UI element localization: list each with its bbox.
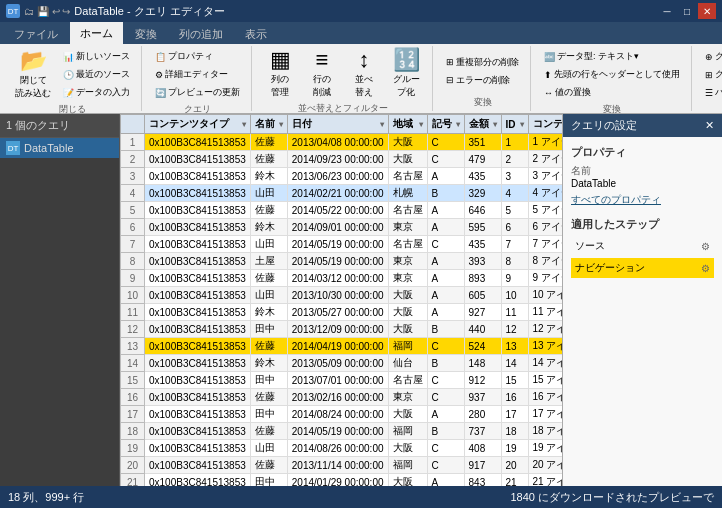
right-panel-close-icon[interactable]: ✕ (705, 119, 714, 132)
col-header-name[interactable]: 名前▾ (250, 115, 287, 134)
refresh-preview-button[interactable]: 🔄 プレビューの更新 (150, 84, 245, 101)
table-row[interactable]: 110x100B3C841513853鈴木2013/05/27 00:00:00… (121, 304, 563, 321)
group-by-button[interactable]: 🔢 グループ化 (386, 48, 426, 100)
table-row[interactable]: 90x100B3C841513853佐藤2014/03/12 00:00:00東… (121, 270, 563, 287)
cell-id: 1 (501, 134, 528, 151)
col-header-region[interactable]: 地域▾ (388, 115, 427, 134)
table-row[interactable]: 50x100B3C841513853佐藤2014/05/22 00:00:00名… (121, 202, 563, 219)
query-item-datatable[interactable]: DT DataTable (0, 138, 119, 158)
table-row[interactable]: 70x100B3C841513853山田2014/05/19 00:00:00名… (121, 236, 563, 253)
table-row[interactable]: 60x100B3C841513853鈴木2014/09/01 00:00:00東… (121, 219, 563, 236)
cell-date: 2014/05/19 00:00:00 (287, 253, 388, 270)
merge-icon: ⊕ (705, 52, 713, 62)
advanced-editor-icon: ⚙ (155, 70, 163, 80)
properties-button[interactable]: 📋 プロパティ (150, 48, 245, 65)
data-table-container[interactable]: コンテンツタイプ▾ 名前▾ 日付▾ 地域▾ 記号▾ 金額▾ ID▾ コンテンツ▾… (120, 114, 562, 486)
append-queries-button[interactable]: ⊞ クエリの追加 (700, 66, 722, 83)
data-type-button[interactable]: 🔤 データ型: テキスト▾ (539, 48, 685, 65)
step-source-gear-icon[interactable]: ⚙ (701, 241, 710, 252)
table-row[interactable]: 180x100B3C841513853佐藤2014/05/19 00:00:00… (121, 423, 563, 440)
enter-data-button[interactable]: 📝 データの入力 (58, 84, 135, 101)
cell-amount: 280 (464, 406, 501, 423)
row-number: 16 (121, 389, 145, 406)
sort-button[interactable]: ↕ 並べ替え (344, 48, 384, 100)
close-button[interactable]: ✕ (698, 3, 716, 19)
row-number: 14 (121, 355, 145, 372)
row-number: 10 (121, 287, 145, 304)
cell-id: 8 (501, 253, 528, 270)
col-header-type[interactable]: コンテンツタイプ▾ (145, 115, 251, 134)
table-row[interactable]: 130x100B3C841513853佐藤2014/04/19 00:00:00… (121, 338, 563, 355)
new-source-button[interactable]: 📊 新しいソース (58, 48, 135, 65)
col-header-symbol[interactable]: 記号▾ (427, 115, 464, 134)
table-row[interactable]: 190x100B3C841513853山田2014/08/26 00:00:00… (121, 440, 563, 457)
tab-transform[interactable]: 変換 (125, 24, 167, 44)
cell-amount: 524 (464, 338, 501, 355)
cell-id: 14 (501, 355, 528, 372)
table-row[interactable]: 200x100B3C841513853佐藤2013/11/14 00:00:00… (121, 457, 563, 474)
col-header-amount[interactable]: 金額▾ (464, 115, 501, 134)
step-source[interactable]: ソース ⚙ (571, 236, 714, 256)
close-load-icon: 📂 (20, 50, 47, 72)
cell-type: 0x100B3C841513853 (145, 304, 251, 321)
table-header-row: コンテンツタイプ▾ 名前▾ 日付▾ 地域▾ 記号▾ 金額▾ ID▾ コンテンツ▾… (121, 115, 563, 134)
error-removal-button[interactable]: ⊟ エラーの削除 (441, 72, 524, 89)
remove-dups-button[interactable]: ⊞ 重複部分の削除 (441, 54, 524, 71)
table-row[interactable]: 170x100B3C841513853田中2014/08/24 00:00:00… (121, 406, 563, 423)
advanced-editor-button[interactable]: ⚙ 詳細エディター (150, 66, 245, 83)
manage-cols-button[interactable]: ▦ 列の管理 (260, 48, 300, 100)
cell-type: 0x100B3C841513853 (145, 355, 251, 372)
table-row[interactable]: 40x100B3C841513853山田2014/02/21 00:00:00札… (121, 185, 563, 202)
cell-content: 19 アイテム (528, 440, 562, 457)
table-row[interactable]: 100x100B3C841513853山田2013/10/30 00:00:00… (121, 287, 563, 304)
enter-data-icon: 📝 (63, 88, 74, 98)
table-row[interactable]: 120x100B3C841513853田中2013/12/09 00:00:00… (121, 321, 563, 338)
first-row-header-button[interactable]: ⬆ 先頭の行をヘッダーとして使用 (539, 66, 685, 83)
table-row[interactable]: 210x100B3C841513853田中2014/01/29 00:00:00… (121, 474, 563, 487)
tab-file[interactable]: ファイル (4, 24, 68, 44)
replace-icon: ↔ (544, 88, 553, 98)
tab-home[interactable]: ホーム (70, 22, 123, 44)
query-count-header: 1 個のクエリ (0, 114, 119, 138)
cell-name: 佐藤 (250, 338, 287, 355)
cell-content: 10 アイテム (528, 287, 562, 304)
step-navigation[interactable]: ナビゲーション ⚙ (571, 258, 714, 278)
step-navigation-gear-icon[interactable]: ⚙ (701, 263, 710, 274)
all-properties-link[interactable]: すべてのプロパティ (571, 193, 714, 207)
table-row[interactable]: 30x100B3C841513853鈴木2013/06/23 00:00:00名… (121, 168, 563, 185)
table-row[interactable]: 10x100B3C841513853佐藤2013/04/08 00:00:00大… (121, 134, 563, 151)
window-controls: ─ □ ✕ (658, 3, 716, 19)
row-number: 5 (121, 202, 145, 219)
table-row[interactable]: 80x100B3C841513853土屋2014/05/19 00:00:00東… (121, 253, 563, 270)
cell-type: 0x100B3C841513853 (145, 474, 251, 487)
table-row[interactable]: 20x100B3C841513853佐藤2014/09/23 00:00:00大… (121, 151, 563, 168)
pipe-combine-button[interactable]: ☰ パイプの結合 (700, 84, 722, 101)
maximize-button[interactable]: □ (678, 3, 696, 19)
reduce-rows-button[interactable]: ≡ 行の削減 (302, 48, 342, 100)
merge-queries-button[interactable]: ⊕ クエリのマージ (700, 48, 722, 65)
row-number: 19 (121, 440, 145, 457)
table-row[interactable]: 160x100B3C841513853佐藤2013/02/16 00:00:00… (121, 389, 563, 406)
ribbon-buttons-query: 📋 プロパティ ⚙ 詳細エディター 🔄 プレビューの更新 (150, 48, 245, 101)
tab-add-column[interactable]: 列の追加 (169, 24, 233, 44)
minimize-button[interactable]: ─ (658, 3, 676, 19)
properties-section: プロパティ 名前 DataTable すべてのプロパティ (571, 145, 714, 207)
recent-source-button[interactable]: 🕒 最近のソース (58, 66, 135, 83)
table-row[interactable]: 140x100B3C841513853鈴木2013/05/09 00:00:00… (121, 355, 563, 372)
col-header-content[interactable]: コンテンツ▾ (528, 115, 562, 134)
ribbon-buttons-close: 📂 閉じて読み込む 📊 新しいソース 🕒 最近のソース 📝 データの入力 (10, 48, 135, 101)
cell-region: 大阪 (388, 304, 427, 321)
cell-symbol: A (427, 253, 464, 270)
cell-type: 0x100B3C841513853 (145, 406, 251, 423)
replace-values-button[interactable]: ↔ 値の置換 (539, 84, 685, 101)
col-header-id[interactable]: ID▾ (501, 115, 528, 134)
close-load-button[interactable]: 📂 閉じて読み込む (10, 49, 56, 101)
row-number: 18 (121, 423, 145, 440)
cell-date: 2013/06/23 00:00:00 (287, 168, 388, 185)
col-header-date[interactable]: 日付▾ (287, 115, 388, 134)
cell-name: 佐藤 (250, 151, 287, 168)
row-number: 6 (121, 219, 145, 236)
tab-view[interactable]: 表示 (235, 24, 277, 44)
cell-id: 21 (501, 474, 528, 487)
table-row[interactable]: 150x100B3C841513853田中2013/07/01 00:00:00… (121, 372, 563, 389)
